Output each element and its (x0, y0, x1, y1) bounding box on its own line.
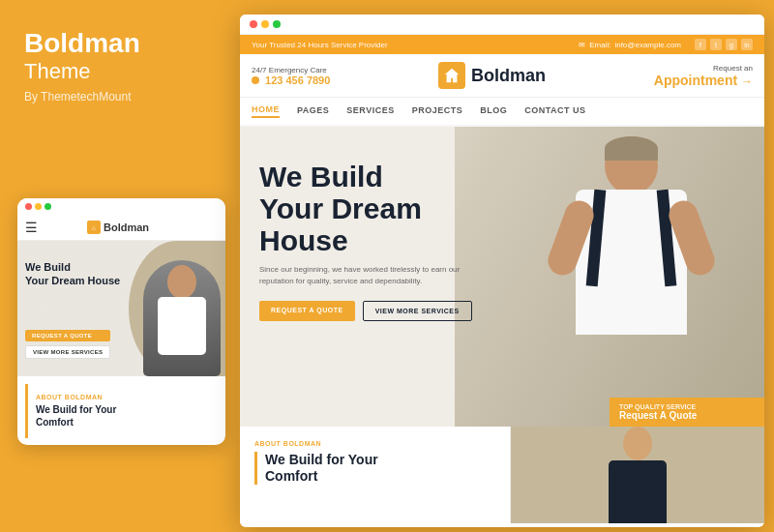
about-section: ABOUT BOLDMAN We Build for Your Comfort (240, 427, 511, 523)
hero-description: Since our beginning, we have worked tire… (259, 264, 472, 287)
linkedin-icon[interactable]: in (741, 39, 753, 50)
by-text: By ThemetechMount (24, 90, 208, 103)
desktop-mockup: Your Trusted 24 Hours Service Provider ✉… (240, 15, 764, 527)
window-dot-red (250, 20, 257, 28)
request-quote-button[interactable]: REQUEST A QUOTE (259, 301, 355, 321)
mobile-mockup: ☰ ⌂ Boldman We Build Your Dream House RE… (17, 198, 225, 445)
mobile-logo-text: Boldman (104, 222, 149, 233)
nav-item-services[interactable]: SERVICES (346, 105, 394, 117)
nav-item-blog[interactable]: BLOG (480, 105, 507, 117)
brand-subtitle: Theme (24, 59, 208, 84)
appointment-section: Request an Appointment → (654, 64, 753, 88)
emergency-label: 24/7 Emergency Care (252, 66, 330, 74)
nav-item-contact[interactable]: CONTACT US (524, 105, 585, 117)
window-dot-yellow (261, 20, 269, 28)
email-icon: ✉ (579, 41, 585, 49)
email-value: info@example.com (614, 41, 681, 49)
about-person-body (609, 460, 667, 523)
desktop-header: 24/7 Emergency Care 123 456 7890 Boldman… (240, 54, 764, 98)
top-info-bar: Your Trusted 24 Hours Service Provider ✉… (240, 35, 764, 54)
desktop-nav: HOME PAGES SERVICES PROJECTS BLOG CONTAC… (240, 98, 764, 127)
request-quote-banner: Top Quality Service Request A Quote (610, 398, 764, 427)
appointment-text: Appointment → (654, 73, 753, 88)
mobile-top-bar (17, 198, 225, 215)
mobile-header: ☰ ⌂ Boldman (17, 215, 225, 241)
mobile-about-title: We Build for Your Comfort (36, 403, 210, 429)
hero-worker (576, 136, 687, 335)
email-label: Email: (589, 41, 610, 49)
about-label: ABOUT BOLDMAN (254, 440, 495, 447)
mobile-logo-icon: ⌂ (87, 221, 101, 234)
mobile-hero-worker (143, 260, 221, 376)
emergency-phone: 123 456 7890 (252, 74, 330, 86)
mobile-dot-yellow (35, 203, 42, 210)
house-svg-icon (443, 67, 461, 84)
mobile-hero: We Build Your Dream House REQUEST A QUOT… (17, 241, 225, 376)
hero-buttons: REQUEST A QUOTE VIEW MORE SERVICES (259, 301, 511, 321)
about-title: We Build for Your Comfort (254, 452, 495, 485)
desktop-hero: We Build Your Dream House Since our begi… (240, 127, 764, 427)
nav-item-home[interactable]: HOME (252, 104, 280, 118)
mobile-hero-buttons: REQUEST A QUOTE VIEW MORE SERVICES (25, 330, 110, 359)
mobile-hero-title: We Build Your Dream House (25, 260, 120, 288)
desktop-window-bar (240, 15, 764, 35)
mobile-about-section: ABOUT BOLDMAN We Build for Your Comfort (25, 384, 218, 438)
twitter-icon[interactable]: t (710, 39, 722, 50)
desktop-bottom: ABOUT BOLDMAN We Build for Your Comfort (240, 427, 764, 523)
view-services-button[interactable]: VIEW MORE SERVICES (363, 301, 472, 321)
google-icon[interactable]: g (726, 39, 737, 50)
about-person (594, 427, 681, 523)
mobile-about-label: ABOUT BOLDMAN (36, 394, 210, 400)
hero-title: We Build Your Dream House (259, 161, 511, 256)
about-person-head (623, 427, 652, 460)
email-section: ✉ Email: info@example.com f t g in (579, 39, 753, 50)
mobile-hero-text: We Build Your Dream House (25, 260, 120, 288)
trusted-text: Your Trusted 24 Hours Service Provider (252, 41, 388, 49)
mobile-request-quote-button[interactable]: REQUEST A QUOTE (25, 330, 110, 341)
mobile-dot-green (45, 203, 51, 210)
logo-text: Boldman (471, 66, 546, 86)
rq-label: Top Quality Service (619, 403, 755, 410)
emergency-section: 24/7 Emergency Care 123 456 7890 (252, 66, 330, 86)
social-icons: f t g in (695, 39, 753, 50)
mobile-dot-red (25, 203, 32, 210)
window-dot-green (273, 20, 281, 28)
hero-content: We Build Your Dream House Since our begi… (259, 161, 511, 321)
rq-title: Request A Quote (619, 410, 755, 421)
mobile-logo: ⌂ Boldman (87, 221, 149, 234)
worker-hair (605, 136, 658, 161)
facebook-icon[interactable]: f (695, 39, 706, 50)
nav-item-projects[interactable]: PROJECTS (412, 105, 463, 117)
hamburger-icon: ☰ (25, 220, 38, 235)
request-label: Request an (713, 64, 753, 73)
logo-icon (438, 62, 465, 89)
mobile-view-services-button[interactable]: VIEW MORE SERVICES (25, 345, 110, 359)
phone-icon (252, 76, 259, 84)
about-image (511, 427, 764, 523)
brand-name: Boldman (24, 29, 208, 59)
arrow-right-icon: → (741, 74, 753, 88)
desktop-logo: Boldman (438, 62, 546, 89)
left-panel: Boldman Theme By ThemetechMount ☰ ⌂ Bold… (0, 0, 232, 532)
nav-item-pages[interactable]: PAGES (297, 105, 329, 117)
